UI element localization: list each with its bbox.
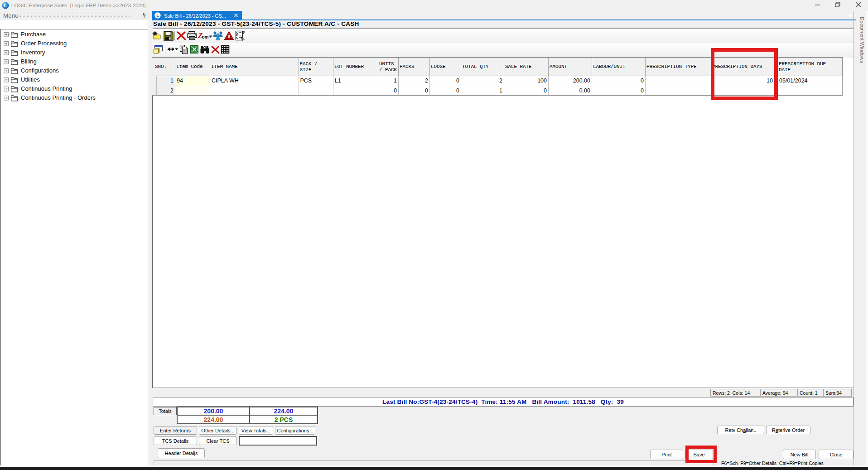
- svg-text:om: om: [202, 34, 209, 39]
- svg-text:L: L: [4, 3, 7, 8]
- svg-text:L: L: [156, 13, 159, 18]
